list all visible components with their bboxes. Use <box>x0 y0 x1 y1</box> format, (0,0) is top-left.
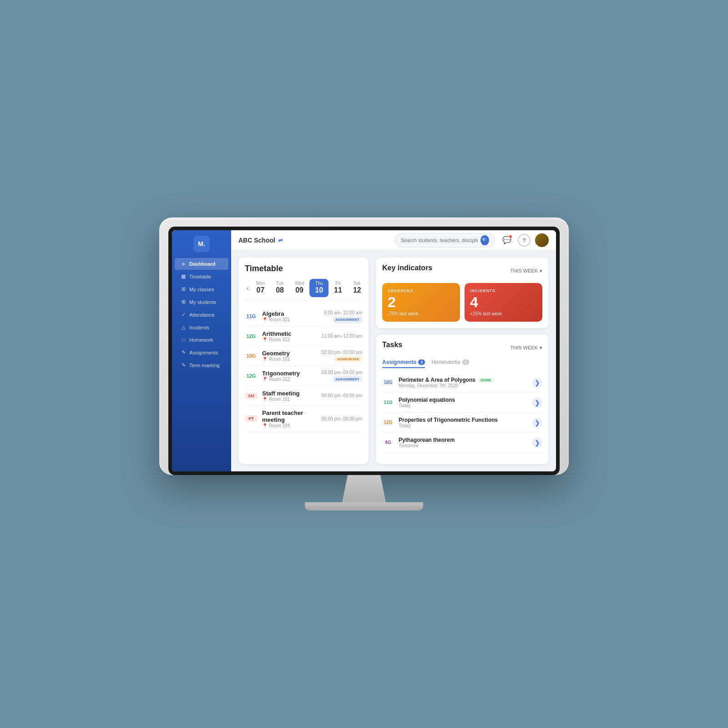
task-info: Polynomial equations Today <box>399 397 528 408</box>
day-label: Thu <box>315 281 323 286</box>
sidebar-item-homework[interactable]: □Homework <box>175 334 228 346</box>
ki-title: Key indicators <box>382 264 432 272</box>
schedule-time: 02:00 pm- 03:00 pm <box>322 350 363 355</box>
sidebar-item-incidents[interactable]: △Incidents <box>175 321 228 334</box>
day-item-sun[interactable]: Sun13 <box>367 279 369 297</box>
day-item-fri[interactable]: Fri11 <box>329 279 348 297</box>
sidebar-label-my-classes: My classes <box>189 287 214 292</box>
schedule-item[interactable]: 11G Algebra 📍Room 201 8:00 am- 10:00 am … <box>245 307 362 327</box>
task-arrow-button[interactable]: ❯ <box>532 418 542 428</box>
sidebar-item-dashboard[interactable]: ≡Dashboard <box>175 258 228 270</box>
task-tab-assignments[interactable]: Assignments3 <box>382 359 425 368</box>
task-info: Pythagorean theorem Tomorrow <box>399 437 528 448</box>
day-label: Sat <box>354 281 360 286</box>
schedule-time-badge: 05:00 pm- 06:00 pm <box>322 416 363 421</box>
pin-icon: 📍 <box>262 377 268 382</box>
schedule-subject: Geometry <box>262 350 317 357</box>
task-info: Properties of Trigonometric Functions To… <box>399 417 528 428</box>
day-num: 10 <box>315 286 323 295</box>
ki-card-value: 2 <box>388 295 455 309</box>
schedule-info: Geometry 📍Room 101 <box>262 350 317 362</box>
day-selector: ‹ Mon07Tue08Wed09Thu10Fri11Sat12Sun13 › <box>245 279 362 301</box>
day-item-tue[interactable]: Tue08 <box>270 279 289 297</box>
task-item[interactable]: 12G Properties of Trigonometric Function… <box>382 413 542 433</box>
day-item-wed[interactable]: Wed09 <box>289 279 309 297</box>
search-button[interactable]: 🔍 <box>480 235 489 245</box>
schedule-grade: 12G <box>245 334 258 339</box>
sidebar-icon-assignments: ✎ <box>180 349 187 355</box>
task-item[interactable]: 11G Polynomial equations Today ❯ <box>382 393 542 413</box>
day-item-sat[interactable]: Sat12 <box>348 279 367 297</box>
schedule-grade: 10G <box>245 353 258 359</box>
help-button[interactable]: ? <box>518 234 531 247</box>
schedule-item[interactable]: 12G Trigonometry 📍Room 312 03:00 pm- 04:… <box>245 366 362 386</box>
sidebar: M. ≡Dashboard▦Timetable⊞My classes⊞My st… <box>172 230 231 471</box>
schedule-list: 11G Algebra 📍Room 201 8:00 am- 10:00 am … <box>245 307 362 458</box>
schedule-subject: Trigonometry <box>262 370 317 377</box>
task-arrow-button[interactable]: ❯ <box>532 438 542 448</box>
search-box: 🔍 <box>395 233 495 248</box>
schedule-time: 05:00 pm- 06:00 pm <box>322 416 363 421</box>
task-date: Tomorrow <box>399 443 528 448</box>
search-input[interactable] <box>401 238 478 243</box>
schedule-time-badge: 11:00 am- 12:00 am <box>322 334 363 339</box>
schedule-item[interactable]: PT Parent teacher meeting 📍Room 104 05:0… <box>245 406 362 432</box>
task-name: Perimeter & Area of Polygons DONE <box>399 377 528 383</box>
sidebar-label-homework: Homework <box>189 337 213 343</box>
user-avatar[interactable] <box>535 233 549 247</box>
pin-icon: 📍 <box>262 397 268 402</box>
header-school: ABC School ⇌ <box>238 237 283 244</box>
ki-card-label: INCIDENTS <box>470 288 537 293</box>
sidebar-item-my-classes[interactable]: ⊞My classes <box>175 283 228 295</box>
header: ABC School ⇌ 🔍 💬 ? <box>231 230 556 250</box>
sidebar-item-my-students[interactable]: ⊞My students <box>175 296 228 308</box>
task-tab-count: 1 <box>462 359 469 365</box>
task-item[interactable]: 10G Perimeter & Area of Polygons DONE Mo… <box>382 373 542 393</box>
ki-card-absences: ABSENCES 2 -75% last week <box>382 283 460 322</box>
schedule-item[interactable]: 10G Geometry 📍Room 101 02:00 pm- 03:00 p… <box>245 346 362 366</box>
task-item[interactable]: 9G Pythagorean theorem Tomorrow ❯ <box>382 433 542 453</box>
task-list: 10G Perimeter & Area of Polygons DONE Mo… <box>382 373 542 453</box>
sidebar-item-timetable[interactable]: ▦Timetable <box>175 270 228 283</box>
ki-period-label: THIS WEEK <box>510 268 538 273</box>
schedule-room: 📍Room 101 <box>262 397 317 402</box>
pin-icon: 📍 <box>262 317 268 322</box>
day-num: 11 <box>334 286 342 295</box>
day-num: 08 <box>276 286 284 295</box>
schedule-badge: HOMEWORK <box>334 356 362 362</box>
pin-icon: 📍 <box>262 337 268 342</box>
schedule-item[interactable]: 12G Arithmetic 📍Room 312 11:00 am- 12:00… <box>245 327 362 346</box>
sidebar-item-attendance[interactable]: ✓Attendance <box>175 308 228 321</box>
task-grade: 11G <box>382 400 394 405</box>
task-grade: 12G <box>382 420 394 425</box>
day-item-thu[interactable]: Thu10 <box>309 279 329 297</box>
sidebar-icon-incidents: △ <box>180 324 187 330</box>
schedule-subject: Staff meeting <box>262 390 317 397</box>
task-arrow-button[interactable]: ❯ <box>532 398 542 408</box>
sidebar-item-assignments[interactable]: ✎Assignments <box>175 346 228 359</box>
schedule-room: 📍Room 312 <box>262 337 317 342</box>
sidebar-icon-dashboard: ≡ <box>180 261 187 267</box>
task-tab-homeworks[interactable]: Homeworks1 <box>431 359 469 368</box>
day-label: Fri <box>335 281 341 286</box>
day-item-mon[interactable]: Mon07 <box>251 279 270 297</box>
tasks-period-button[interactable]: THIS WEEK ▾ <box>510 345 542 351</box>
ki-period-button[interactable]: THIS WEEK ▾ <box>510 268 542 274</box>
task-arrow-button[interactable]: ❯ <box>532 378 542 388</box>
chat-button[interactable]: 💬 <box>500 234 513 247</box>
task-date: Monday, December 7th, 2020 <box>399 383 528 388</box>
sidebar-icon-homework: □ <box>180 337 187 343</box>
timetable-title: Timetable <box>245 264 362 273</box>
ki-card-value: 4 <box>470 295 537 309</box>
schedule-item[interactable]: SM Staff meeting 📍Room 101 04:00 pm- 05:… <box>245 386 362 406</box>
swap-icon[interactable]: ⇌ <box>278 237 283 243</box>
logo-box[interactable]: M. <box>193 236 210 252</box>
prev-day-button[interactable]: ‹ <box>245 283 251 293</box>
schedule-room: 📍Room 101 <box>262 357 317 362</box>
day-num: 09 <box>295 286 303 295</box>
schedule-room: 📍Room 201 <box>262 317 319 322</box>
key-indicators-section: Key indicators THIS WEEK ▾ ABSENCES 2 -7… <box>376 258 549 328</box>
monitor-stand-base <box>305 502 423 511</box>
tasks-section: Tasks THIS WEEK ▾ Assignments3Homeworks1… <box>376 334 549 464</box>
sidebar-item-term-marking[interactable]: ✎Term marking <box>175 359 228 371</box>
